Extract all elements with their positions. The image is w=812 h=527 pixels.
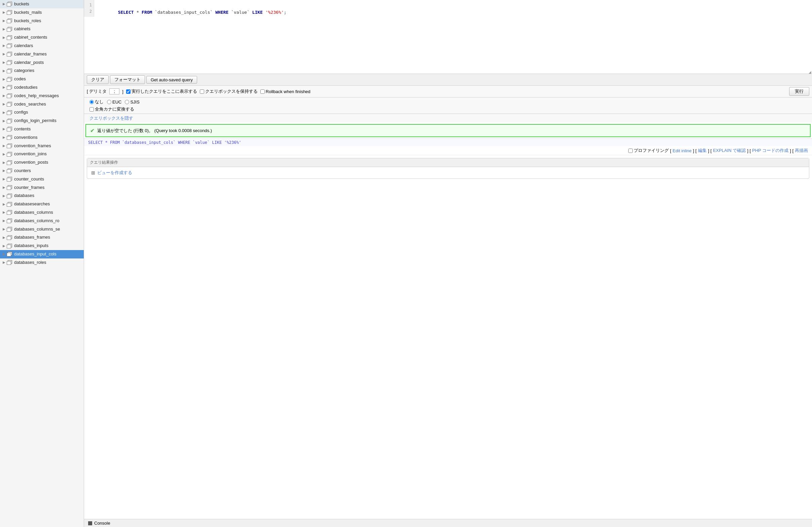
profiling-checkbox[interactable] [628,149,633,153]
sidebar-item-databases[interactable]: ▶databases [0,192,84,200]
sidebar-item-databases_columns_ro[interactable]: ▶databases_columns_ro [0,217,84,225]
sidebar-item-cabinet_contents[interactable]: ▶cabinet_contents [0,33,84,42]
result-ops-content: ⊞ ビューを作成する [87,167,809,179]
expand-icon: ▶ [3,51,6,57]
expand-icon: ▶ [3,68,6,74]
show-query-checkbox[interactable] [126,89,131,94]
autosave-button[interactable]: Get auto-saved query [146,76,197,84]
encoding-euc-radio[interactable] [107,100,111,104]
sidebar-item-databases_roles[interactable]: ▶databases_roles [0,258,84,267]
sidebar-item-codes_searches[interactable]: ▶codes_searches [0,100,84,108]
sidebar-item-contents[interactable]: ▶contents [0,125,84,133]
sidebar-item-cabinets[interactable]: ▶cabinets [0,25,84,33]
sidebar-item-categories[interactable]: ▶categories [0,66,84,75]
rollback-checkbox-label[interactable]: Rollback when finished [260,89,310,94]
table-icon [7,160,13,165]
sidebar-item-label: databases_columns_se [14,226,60,233]
table-icon [7,18,13,23]
sidebar-item-label: codes_searches [14,101,46,108]
sidebar-item-calendars[interactable]: ▶calendars [0,42,84,50]
sidebar-item-convention_frames[interactable]: ▶convention_frames [0,142,84,150]
sidebar-item-convention_joins[interactable]: ▶convention_joins [0,150,84,158]
action-links: プロファイリング [ Edit inline ] [ 編集 ] [ EXPLAI… [84,146,812,155]
rollback-checkbox[interactable] [260,89,265,94]
sidebar-item-counter_counts[interactable]: ▶counter_counts [0,175,84,183]
sidebar-item-databases_columns_se[interactable]: ▶databases_columns_se [0,225,84,234]
table-icon [7,135,13,140]
sidebar-item-calendar_frames[interactable]: ▶calendar_frames [0,50,84,59]
redraw-link[interactable]: 再描画 [795,148,808,154]
sidebar-item-configs[interactable]: ▶configs [0,108,84,117]
resize-handle[interactable]: ◢ [809,70,812,74]
show-query-checkbox-label[interactable]: 実行したクエリをここに表示する [126,88,197,94]
table-icon [7,35,13,40]
table-icon [7,152,13,156]
sidebar-item-counter_frames[interactable]: ▶counter_frames [0,183,84,192]
sidebar-item-buckets_roles[interactable]: ▶buckets_roles [0,17,84,25]
line-numbers: 1 2 [84,0,94,17]
sidebar-item-counters[interactable]: ▶counters [0,167,84,175]
success-message: 返り値が空でした (行数 0)。 (Query took 0.0008 seco… [97,128,212,134]
sidebar-item-codes_help_messages[interactable]: ▶codes_help_messages [0,92,84,100]
table-icon [7,10,13,15]
expand-icon: ▶ [3,1,6,7]
sidebar-item-label: contents [14,126,31,133]
sidebar-item-configs_login_permits[interactable]: ▶configs_login_permits [0,117,84,125]
clear-button[interactable]: クリア [87,75,108,84]
encoding-sjis-label[interactable]: SJIS [125,100,139,105]
table-icon [7,2,13,6]
sql-content[interactable]: SELECT * FROM `databases_input_cols` WHE… [94,0,812,67]
keep-querybox-checkbox-label[interactable]: クエリボックスを保持する [200,88,258,94]
edit-inline-link[interactable]: Edit inline [673,148,692,153]
table-icon [7,85,13,90]
format-button[interactable]: フォーマット [110,75,145,84]
delimiter-input[interactable] [109,88,119,94]
sidebar-item-buckets_mails[interactable]: ▶buckets_mails [0,9,84,17]
sidebar-item-codestudies[interactable]: ▶codestudies [0,84,84,92]
main-panel: 1 2 SELECT * FROM `databases_input_cols`… [84,0,812,527]
sidebar-item-label: codestudies [14,84,37,91]
encoding-none-radio[interactable] [89,100,94,104]
sidebar-item-label: databases_frames [14,234,50,241]
expand-icon: ▶ [3,218,6,224]
sidebar-item-calendar_posts[interactable]: ▶calendar_posts [0,59,84,67]
sidebar-item-convention_posts[interactable]: ▶convention_posts [0,158,84,167]
fullwidth-checkbox[interactable] [89,107,94,111]
sidebar-item-label: buckets [14,1,29,8]
sidebar-item-conventions[interactable]: ▶conventions [0,133,84,142]
check-icon: ✔ [90,127,95,134]
run-button[interactable]: 実行 [789,87,809,96]
table-icon [7,227,13,231]
encoding-euc-label[interactable]: EUC [107,100,121,105]
encoding-none-label[interactable]: なし [89,99,104,105]
sidebar-item-label: convention_joins [14,151,47,157]
sidebar-item-codes[interactable]: ▶codes [0,75,84,84]
fullwidth-checkbox-label[interactable]: 全角カナに変換する [89,106,807,112]
sidebar-item-databasesearches[interactable]: ▶databasesearches [0,200,84,208]
sidebar-item-label: counter_frames [14,184,44,191]
expand-icon: ▶ [3,235,6,240]
sidebar-item-databases_columns[interactable]: ▶databases_columns [0,208,84,217]
keep-querybox-checkbox[interactable] [200,89,204,94]
php-link[interactable]: PHP コードの作成 [752,148,788,154]
sidebar-item-label: configs [14,109,28,116]
profiling-checkbox-label[interactable]: プロファイリング [628,148,669,154]
table-icon [7,110,13,115]
encoding-sjis-radio[interactable] [125,100,129,104]
expand-icon: ▶ [3,60,6,65]
expand-icon: ▶ [3,168,6,174]
table-icon [7,260,13,265]
edit-link[interactable]: 編集 [698,148,707,154]
create-view-link[interactable]: ビューを作成する [97,170,132,176]
table-icon [7,69,13,73]
sidebar-item-databases_inputs[interactable]: ▶databases_inputs [0,242,84,250]
hide-querybox-link[interactable]: クエリボックスを隠す [84,114,812,123]
sidebar-item-buckets[interactable]: ▶buckets [0,0,84,9]
expand-icon: ▶ [3,252,6,257]
sidebar-item-databases_frames[interactable]: ▶databases_frames [0,233,84,242]
sidebar: ▶buckets▶buckets_mails▶buckets_roles▶cab… [0,0,84,527]
explain-link[interactable]: EXPLAIN で確認 [713,148,746,154]
sidebar-item-databases_input_cols[interactable]: ▶databases_input_cols [0,250,84,258]
sidebar-item-label: calendar_frames [14,51,47,58]
sidebar-item-label: counters [14,167,31,175]
